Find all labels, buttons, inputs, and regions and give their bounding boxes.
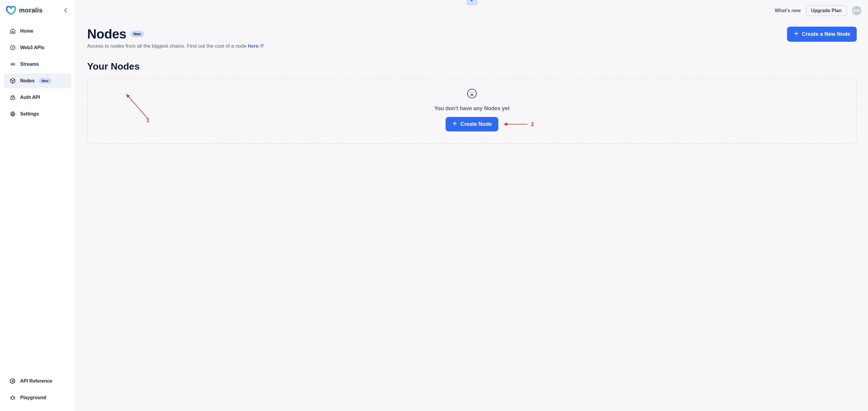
logo-text: moralis [19,6,43,14]
svg-text:A: A [12,97,13,99]
sidebar-item-label: Nodes [20,78,35,83]
cube-icon [9,77,16,84]
new-badge: New [39,78,52,83]
surprised-face-icon [467,88,477,100]
page-header: Nodes New Access to nodes from all the b… [87,27,857,49]
subtitle-text: Access to nodes from all the biggest cha… [87,43,248,49]
sidebar-item-api-reference[interactable]: API Reference [4,374,71,388]
empty-state-text: You don't have any Nodes yet [434,105,509,112]
sidebar-item-auth-api[interactable]: A Auth API [4,90,71,105]
svg-point-18 [471,94,473,96]
svg-point-10 [12,380,13,382]
gear-icon [9,111,16,117]
main-area: What's new Upgrade Plan DAV 1 Nodes New … [76,0,868,411]
sidebar-item-label: Auth API [20,95,40,100]
sidebar-header: moralis [0,0,75,21]
sidebar-item-streams[interactable]: Streams [4,57,71,72]
svg-point-17 [473,92,474,93]
sidebar-item-settings[interactable]: Settings [4,107,71,122]
lock-icon: A [9,94,16,101]
create-node-label: Create Node [460,121,492,127]
logo[interactable]: moralis [6,6,43,15]
svg-point-11 [11,397,14,400]
sidebar-item-label: API Reference [20,378,53,384]
page-title: Nodes [87,27,126,41]
topbar: What's new Upgrade Plan DAV [76,0,868,16]
create-node-button[interactable]: Create Node [445,117,498,132]
bug-icon [9,395,16,401]
pricing-link-text: here [248,43,258,49]
page-title-block: Nodes New Access to nodes from all the b… [87,27,264,49]
streams-icon [9,61,16,68]
logo-mark-icon [6,6,16,15]
avatar[interactable]: DAV [852,6,862,15]
upgrade-plan-button[interactable]: Upgrade Plan [806,5,847,16]
plus-icon [452,121,458,128]
sidebar-collapse-button[interactable] [61,6,70,14]
sidebar-item-label: Web3 APIs [20,45,44,50]
page-content: Nodes New Access to nodes from all the b… [76,0,868,156]
sidebar-item-web3-apis[interactable]: 3 Web3 APIs [4,40,71,55]
sidebar-item-playground[interactable]: Playground [4,390,71,405]
svg-point-15 [467,89,476,98]
annotation-number-2: 2 [531,121,534,127]
title-new-badge: New [130,31,144,37]
web3-icon: 3 [9,44,16,51]
home-icon [9,28,16,34]
create-node-wrap: Create Node 2 [445,117,498,132]
sidebar-item-label: Streams [20,62,39,67]
create-new-node-button[interactable]: Create a New Node [787,27,857,42]
create-new-node-label: Create a New Node [802,31,850,37]
sidebar-nav: Home 3 Web3 APIs Streams Nodes New A Aut [0,21,75,374]
page-subtitle: Access to nodes from all the biggest cha… [87,43,264,49]
external-link-icon [260,43,264,49]
plus-icon [794,31,799,38]
sidebar-bottom-nav: API Reference Playground [0,374,75,411]
sidebar-item-label: Settings [20,111,39,117]
section-title: Your Nodes [87,61,857,72]
svg-point-9 [12,113,13,115]
gear-ref-icon [9,378,16,384]
pricing-link[interactable]: here [248,43,264,49]
svg-point-16 [470,92,471,93]
annotation-arrow-2: 2 [502,121,534,127]
sidebar-item-home[interactable]: Home [4,24,71,38]
whats-new-link[interactable]: What's new [775,8,800,13]
empty-state-card: You don't have any Nodes yet Create Node… [87,78,857,144]
title-row: Nodes New [87,27,264,41]
sidebar-item-label: Playground [20,395,46,400]
sidebar: moralis Home 3 Web3 APIs Streams [0,0,76,411]
sidebar-item-nodes[interactable]: Nodes New [4,73,71,88]
sidebar-item-label: Home [20,28,33,34]
svg-text:3: 3 [12,46,13,49]
